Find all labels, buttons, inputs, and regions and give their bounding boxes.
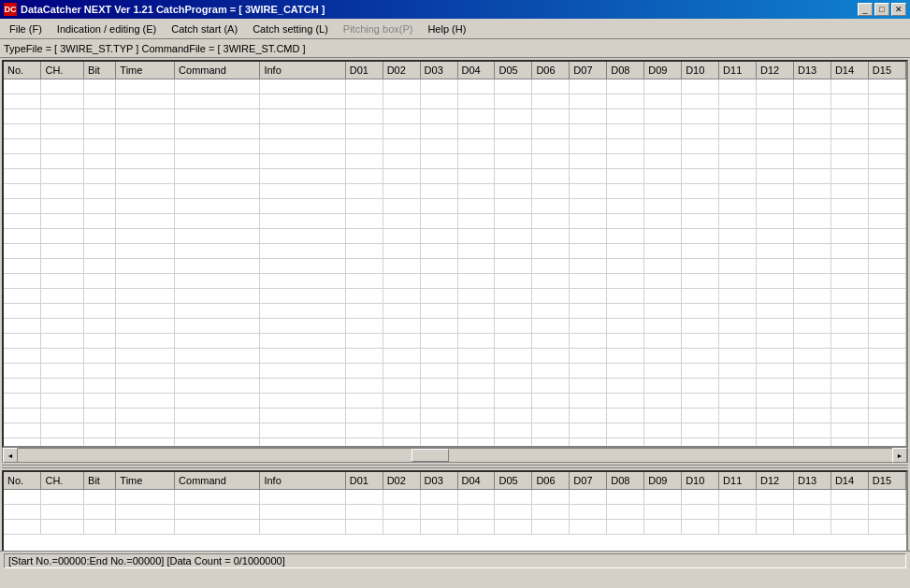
table-cell <box>175 393 260 408</box>
table-cell <box>420 504 457 519</box>
menu-catch-setting[interactable]: Catch setting (L) <box>245 22 336 36</box>
table-cell <box>345 378 383 393</box>
table-cell <box>420 183 457 198</box>
table-cell <box>682 108 719 123</box>
table-cell <box>831 213 868 228</box>
table-cell <box>757 258 794 273</box>
menu-indication[interactable]: Indication / editing (E) <box>50 22 164 36</box>
table-cell <box>644 363 682 378</box>
table-cell <box>420 153 457 168</box>
table-cell <box>420 378 457 393</box>
table-cell <box>4 168 41 183</box>
lower-header-d07: D07 <box>570 472 607 489</box>
table-cell <box>719 519 757 534</box>
table-cell <box>345 408 383 423</box>
table-cell <box>495 168 532 183</box>
table-cell <box>116 183 175 198</box>
table-cell <box>644 198 682 213</box>
header-d07: D07 <box>570 62 607 79</box>
table-cell <box>719 318 757 333</box>
table-cell <box>383 363 420 378</box>
table-cell <box>532 437 570 446</box>
lower-data-panel: No. CH. Bit Time Command Info D01 D02 D0… <box>2 470 908 554</box>
upper-table-wrapper[interactable]: No. CH. Bit Time Command Info D01 D02 D0… <box>4 62 906 446</box>
table-cell <box>757 288 794 303</box>
table-cell <box>831 108 868 123</box>
table-cell <box>495 378 532 393</box>
table-cell <box>345 258 383 273</box>
table-cell <box>495 228 532 243</box>
table-cell <box>84 303 116 318</box>
table-row <box>4 318 906 333</box>
table-cell <box>260 79 345 93</box>
table-cell <box>345 348 383 363</box>
table-cell <box>868 183 905 198</box>
lower-header-d01: D01 <box>345 472 383 489</box>
table-cell <box>607 213 644 228</box>
table-cell <box>831 273 868 288</box>
lower-header-time: Time <box>116 472 175 489</box>
table-cell <box>719 243 757 258</box>
upper-scroll-track[interactable] <box>18 449 892 462</box>
table-cell <box>383 318 420 333</box>
upper-scroll-left-btn[interactable]: ◄ <box>3 448 18 463</box>
table-cell <box>495 198 532 213</box>
table-cell <box>383 213 420 228</box>
upper-scroll-thumb[interactable] <box>412 449 449 462</box>
table-cell <box>383 108 420 123</box>
panel-divider[interactable] <box>2 465 908 468</box>
table-cell <box>116 153 175 168</box>
menu-help[interactable]: Help (H) <box>420 22 473 36</box>
table-cell <box>116 168 175 183</box>
table-cell <box>457 318 495 333</box>
table-cell <box>719 258 757 273</box>
table-cell <box>175 318 260 333</box>
table-cell <box>757 243 794 258</box>
lower-header-no: No. <box>4 472 41 489</box>
menu-catch-start[interactable]: Catch start (A) <box>164 22 245 36</box>
table-cell <box>793 153 831 168</box>
table-cell <box>84 378 116 393</box>
table-cell <box>4 519 41 534</box>
table-cell <box>532 504 570 519</box>
table-cell <box>383 303 420 318</box>
table-cell <box>383 519 420 534</box>
table-cell <box>682 123 719 138</box>
table-cell <box>383 79 420 93</box>
table-cell <box>532 408 570 423</box>
table-row <box>4 363 906 378</box>
table-cell <box>831 153 868 168</box>
menu-file[interactable]: File (F) <box>2 22 50 36</box>
upper-scrollbar-h[interactable]: ◄ ► <box>2 448 908 463</box>
table-cell <box>383 243 420 258</box>
minimize-button[interactable]: _ <box>858 3 873 16</box>
close-button[interactable]: ✕ <box>891 3 906 16</box>
table-cell <box>4 489 41 504</box>
table-row <box>4 213 906 228</box>
table-row <box>4 348 906 363</box>
header-d09: D09 <box>644 62 682 79</box>
table-cell <box>260 138 345 153</box>
maximize-button[interactable]: □ <box>874 3 889 16</box>
table-cell <box>868 153 905 168</box>
table-row <box>4 437 906 446</box>
table-cell <box>383 168 420 183</box>
table-cell <box>757 93 794 108</box>
lower-table-wrapper[interactable]: No. CH. Bit Time Command Info D01 D02 D0… <box>4 472 906 552</box>
table-cell <box>4 93 41 108</box>
table-cell <box>420 168 457 183</box>
header-d15: D15 <box>868 62 905 79</box>
table-cell <box>420 393 457 408</box>
app-icon: DC <box>4 3 17 16</box>
table-cell <box>793 423 831 437</box>
upper-header-row: No. CH. Bit Time Command Info D01 D02 D0… <box>4 62 906 79</box>
table-cell <box>260 363 345 378</box>
table-cell <box>757 273 794 288</box>
table-cell <box>4 408 41 423</box>
table-cell <box>607 348 644 363</box>
header-d08: D08 <box>607 62 644 79</box>
header-time: Time <box>116 62 175 79</box>
table-cell <box>532 183 570 198</box>
table-cell <box>41 333 84 348</box>
upper-scroll-right-btn[interactable]: ► <box>892 448 907 463</box>
